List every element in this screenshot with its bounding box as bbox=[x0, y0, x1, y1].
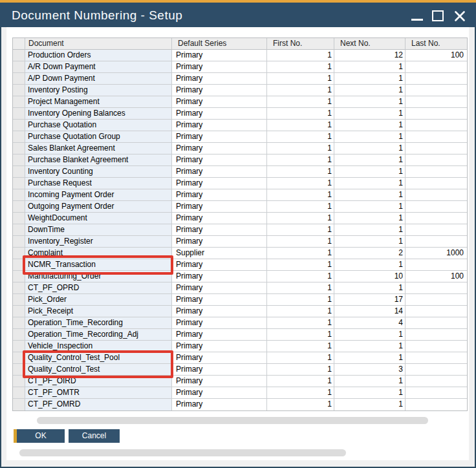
cell-default-series[interactable]: Primary bbox=[172, 387, 267, 399]
window-horizontal-scrollbar[interactable] bbox=[19, 449, 346, 456]
row-selector[interactable] bbox=[13, 50, 25, 61]
row-selector[interactable] bbox=[13, 329, 25, 341]
row-selector[interactable] bbox=[13, 306, 25, 317]
row-selector[interactable] bbox=[13, 108, 25, 120]
cell-document[interactable]: Pick_Receipt bbox=[25, 306, 172, 317]
cell-default-series[interactable]: Primary bbox=[172, 85, 267, 96]
cell-default-series[interactable]: Primary bbox=[172, 294, 267, 306]
cell-last-no[interactable] bbox=[406, 201, 467, 213]
header-next-no[interactable]: Next No. bbox=[334, 38, 406, 50]
cell-default-series[interactable]: Primary bbox=[172, 73, 267, 85]
row-selector[interactable] bbox=[13, 120, 25, 131]
maximize-icon[interactable] bbox=[432, 10, 444, 21]
close-icon[interactable] bbox=[453, 10, 466, 23]
cell-next-no[interactable]: 2 bbox=[334, 248, 406, 259]
cell-default-series[interactable]: Primary bbox=[172, 108, 267, 120]
cell-last-no[interactable] bbox=[406, 329, 467, 341]
cell-next-no[interactable]: 1 bbox=[334, 341, 406, 352]
cell-document[interactable]: Inventory_Register bbox=[25, 236, 172, 248]
cell-last-no[interactable] bbox=[406, 178, 467, 189]
cell-last-no[interactable] bbox=[406, 341, 467, 352]
row-selector[interactable] bbox=[13, 131, 25, 143]
header-default-series[interactable]: Default Series bbox=[172, 38, 267, 50]
cell-document[interactable]: A/R Down Payment bbox=[25, 61, 172, 73]
cell-next-no[interactable]: 1 bbox=[334, 108, 406, 120]
cell-default-series[interactable]: Primary bbox=[172, 271, 267, 282]
cell-default-series[interactable]: Primary bbox=[172, 213, 267, 224]
cell-document[interactable]: Operation_Time_Recording_Adj bbox=[25, 329, 172, 341]
row-selector[interactable] bbox=[13, 387, 25, 399]
cell-default-series[interactable]: Primary bbox=[172, 50, 267, 61]
cell-first-no[interactable]: 1 bbox=[267, 317, 334, 329]
row-selector[interactable] bbox=[13, 189, 25, 201]
cell-last-no[interactable] bbox=[406, 143, 467, 154]
cell-first-no[interactable]: 1 bbox=[267, 120, 334, 131]
cell-next-no[interactable]: 1 bbox=[334, 61, 406, 73]
cell-default-series[interactable]: Primary bbox=[172, 201, 267, 213]
row-selector[interactable] bbox=[13, 224, 25, 236]
cell-next-no[interactable]: 10 bbox=[334, 271, 406, 282]
row-selector[interactable] bbox=[13, 399, 25, 410]
cell-last-no[interactable] bbox=[406, 131, 467, 143]
cell-next-no[interactable]: 1 bbox=[334, 85, 406, 96]
header-last-no[interactable]: Last No. bbox=[406, 38, 467, 50]
cell-next-no[interactable]: 17 bbox=[334, 294, 406, 306]
cell-default-series[interactable]: Primary bbox=[172, 341, 267, 352]
row-selector[interactable] bbox=[13, 85, 25, 96]
row-selector[interactable] bbox=[13, 282, 25, 294]
cell-last-no[interactable] bbox=[406, 189, 467, 201]
cell-first-no[interactable]: 1 bbox=[267, 50, 334, 61]
cell-default-series[interactable]: Primary bbox=[172, 399, 267, 410]
cell-document[interactable]: Inventory Posting bbox=[25, 85, 172, 96]
cell-last-no[interactable] bbox=[406, 282, 467, 294]
cell-document[interactable]: Outgoing Payment Order bbox=[25, 201, 172, 213]
cell-next-no[interactable]: 1 bbox=[334, 352, 406, 364]
cell-last-no[interactable] bbox=[406, 213, 467, 224]
cell-default-series[interactable]: Primary bbox=[172, 143, 267, 154]
cell-next-no[interactable]: 1 bbox=[334, 399, 406, 410]
cell-first-no[interactable]: 1 bbox=[267, 306, 334, 317]
cell-default-series[interactable]: Primary bbox=[172, 376, 267, 387]
cell-last-no[interactable] bbox=[406, 61, 467, 73]
cell-default-series[interactable]: Primary bbox=[172, 306, 267, 317]
cell-document[interactable]: Inventory Opening Balances bbox=[25, 108, 172, 120]
cell-first-no[interactable]: 1 bbox=[267, 341, 334, 352]
row-selector[interactable] bbox=[13, 294, 25, 306]
cell-default-series[interactable]: Primary bbox=[172, 154, 267, 166]
cell-default-series[interactable]: Primary bbox=[172, 61, 267, 73]
cell-document[interactable]: Purchase Quotation Group bbox=[25, 131, 172, 143]
cell-next-no[interactable]: 1 bbox=[334, 376, 406, 387]
cell-default-series[interactable]: Primary bbox=[172, 224, 267, 236]
cell-document[interactable]: CT_PF_OMRD bbox=[25, 399, 172, 410]
cell-first-no[interactable]: 1 bbox=[267, 85, 334, 96]
cell-last-no[interactable] bbox=[406, 364, 467, 376]
cell-last-no[interactable] bbox=[406, 236, 467, 248]
cell-next-no[interactable]: 1 bbox=[334, 120, 406, 131]
row-selector[interactable] bbox=[13, 166, 25, 178]
cell-next-no[interactable]: 4 bbox=[334, 317, 406, 329]
cell-last-no[interactable] bbox=[406, 96, 467, 108]
cell-document[interactable]: WeightDocument bbox=[25, 213, 172, 224]
cell-document[interactable]: Purchase Blanket Agreement bbox=[25, 154, 172, 166]
cell-document[interactable]: CT_PF_OPRD bbox=[25, 282, 172, 294]
cell-last-no[interactable] bbox=[406, 73, 467, 85]
cell-default-series[interactable]: Primary bbox=[172, 166, 267, 178]
cell-last-no[interactable] bbox=[406, 166, 467, 178]
cell-default-series[interactable]: Primary bbox=[172, 178, 267, 189]
cell-document[interactable]: DownTime bbox=[25, 224, 172, 236]
row-selector[interactable] bbox=[13, 143, 25, 154]
cell-default-series[interactable]: Primary bbox=[172, 189, 267, 201]
cell-document[interactable]: Pick_Order bbox=[25, 294, 172, 306]
row-selector[interactable] bbox=[13, 154, 25, 166]
header-first-no[interactable]: First No. bbox=[267, 38, 334, 50]
cell-next-no[interactable]: 1 bbox=[334, 201, 406, 213]
cell-next-no[interactable]: 1 bbox=[334, 213, 406, 224]
cell-default-series[interactable]: Primary bbox=[172, 282, 267, 294]
cell-document[interactable]: Purchase Request bbox=[25, 178, 172, 189]
row-selector[interactable] bbox=[13, 178, 25, 189]
cell-first-no[interactable]: 1 bbox=[267, 61, 334, 73]
cell-next-no[interactable]: 1 bbox=[334, 282, 406, 294]
header-document[interactable]: Document bbox=[25, 38, 172, 50]
cell-document[interactable]: Incoming Payment Order bbox=[25, 189, 172, 201]
cell-document[interactable]: CT_PF_OMTR bbox=[25, 387, 172, 399]
